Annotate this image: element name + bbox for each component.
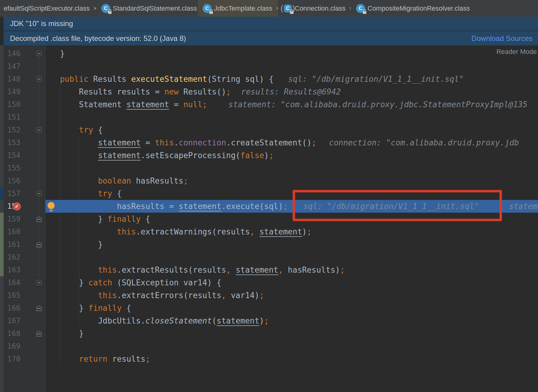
line-number: 170	[7, 353, 25, 365]
code-line[interactable]: boolean hasResults;	[0, 174, 538, 187]
reader-mode-label[interactable]: Reader Mode	[496, 47, 537, 56]
annotation-red-box	[293, 190, 502, 221]
code-line[interactable]: statement.setEscapeProcessing(false);	[0, 149, 538, 162]
tab-jdbctemplate-class[interactable]: CJdbcTemplate.class×	[198, 0, 278, 17]
line-number: 157	[7, 187, 25, 200]
code-line[interactable]	[0, 340, 538, 353]
line-number: 162	[7, 251, 25, 264]
code-line[interactable]: try {	[0, 124, 538, 136]
line-number: 148	[7, 73, 25, 85]
breakpoint-verified-icon[interactable]: ✓	[13, 202, 21, 211]
code-text: hasResults = statement.execute(sql);	[117, 200, 288, 213]
line-number: 160	[7, 225, 25, 238]
code-line[interactable]: }	[0, 47, 538, 60]
code-text: Statement statement = null;	[79, 98, 207, 111]
tab-standardsqlstatement-class[interactable]: CStandardSqlStatement.class×	[96, 0, 198, 17]
debugger-inline-hint: statement	[509, 200, 538, 213]
line-number: 159	[7, 213, 25, 225]
code-text: }	[60, 47, 65, 60]
code-line[interactable]: JdbcUtils.closeStatement(statement);	[0, 314, 538, 327]
code-line[interactable]	[0, 60, 538, 73]
tab-label: CompositeMigrationResolver.class	[368, 5, 470, 12]
code-line[interactable]: }	[0, 327, 538, 340]
code-text: } finally {	[98, 213, 150, 225]
class-icon: C	[101, 4, 110, 13]
code-line[interactable]: this.extractErrors(results, var14);	[0, 289, 538, 302]
download-sources-link[interactable]: Download Sources	[472, 34, 533, 43]
code-text: statement = this.connection.createStatem…	[98, 136, 316, 149]
jdk-missing-text: JDK "10" is missing	[10, 19, 73, 28]
code-line[interactable]: statement = this.connection.createStatem…	[0, 136, 538, 149]
lock-icon	[290, 11, 294, 14]
line-number: 153	[7, 136, 25, 149]
line-number: 154	[7, 149, 25, 162]
code-text: }	[79, 327, 84, 340]
jdk-missing-banner: JDK "10" is missing	[4, 17, 538, 31]
fold-marker[interactable]	[36, 191, 42, 196]
decompiled-banner: Decompiled .class file, bytecode version…	[4, 31, 538, 45]
debugger-inline-hint: connection: "com.alibaba.druid.proxy.jdb	[329, 136, 519, 149]
class-icon: C	[203, 4, 212, 13]
line-number: 149	[7, 85, 25, 98]
code-line[interactable]: return results;	[0, 353, 538, 365]
code-line[interactable]	[0, 251, 538, 264]
line-number: 169	[7, 340, 25, 353]
line-number: 163	[7, 264, 25, 276]
class-icon: (C)	[283, 4, 292, 13]
code-editor[interactable]: }public Results executeStatement(String …	[0, 45, 538, 392]
line-number: 164	[7, 276, 25, 289]
line-number: 150	[7, 98, 25, 111]
code-text: this.extractResults(results, statement, …	[98, 264, 345, 276]
fold-marker[interactable]	[36, 76, 42, 81]
code-line[interactable]: } finally {	[0, 302, 538, 314]
code-line[interactable]: }	[0, 238, 538, 251]
tab-label: Connection.class	[295, 5, 346, 12]
line-number: 167	[7, 314, 25, 327]
debugger-inline-hint: sql: "/db/migration/V1_1_1__init.sql"	[288, 73, 464, 85]
code-line[interactable]: Results results = new Results();results:…	[0, 85, 538, 98]
code-text: return results;	[79, 353, 150, 365]
fold-marker[interactable]	[36, 127, 42, 132]
code-text: }	[98, 238, 103, 251]
debugger-inline-hint: results: Results@6942	[241, 85, 341, 98]
class-icon: C	[356, 4, 365, 13]
lock-icon	[108, 11, 112, 14]
code-line[interactable]: this.extractResults(results, statement, …	[0, 264, 538, 276]
tab-label: StandardSqlStatement.class	[113, 5, 197, 12]
code-text: boolean hasResults;	[98, 174, 188, 187]
line-number: 168	[7, 327, 25, 340]
line-number: 155	[7, 162, 25, 174]
tab-label: JdbcTemplate.class	[214, 5, 272, 12]
line-number: 165	[7, 289, 25, 302]
code-text: Results results = new Results();	[79, 85, 231, 98]
tab-connection-class[interactable]: (C)Connection.class×	[278, 0, 351, 17]
tab-efaultsqlscriptexecutor-class[interactable]: efaultSqlScriptExecutor.class×	[0, 0, 96, 17]
code-line[interactable]: this.extractWarnings(results, statement)…	[0, 225, 538, 238]
close-icon[interactable]: ×	[276, 5, 278, 12]
close-icon[interactable]: ×	[93, 5, 96, 12]
code-line[interactable]	[0, 111, 538, 124]
code-text: } finally {	[79, 302, 131, 314]
code-text: statement.setEscapeProcessing(false);	[98, 149, 274, 162]
tab-compositemigrationresolver-class[interactable]: CCompositeMigrationResolver.class×	[351, 0, 471, 17]
code-line[interactable]	[0, 162, 538, 174]
ide-window: efaultSqlScriptExecutor.class×CStandardS…	[0, 0, 538, 392]
code-line[interactable]: } catch (SQLException var14) {	[0, 276, 538, 289]
line-number: 146	[7, 47, 25, 60]
code-line[interactable]: public Results executeStatement(String s…	[0, 73, 538, 85]
code-text: this.extractWarnings(results, statement)…	[117, 225, 312, 238]
editor-tab-bar: efaultSqlScriptExecutor.class×CStandardS…	[0, 0, 538, 17]
lightbulb-icon[interactable]	[48, 202, 55, 209]
fold-marker[interactable]	[36, 51, 42, 56]
line-number: 152	[7, 124, 25, 136]
debugger-inline-hint: statement: "com.alibaba.druid.proxy.jdbc…	[228, 98, 527, 111]
code-text: public Results executeStatement(String s…	[60, 73, 274, 85]
lock-icon	[363, 11, 366, 14]
line-number: 166	[7, 302, 25, 314]
fold-marker[interactable]	[36, 280, 42, 285]
decompiled-text: Decompiled .class file, bytecode version…	[10, 34, 186, 43]
line-number: 156	[7, 174, 25, 187]
code-line[interactable]: Statement statement = null;statement: "c…	[0, 98, 538, 111]
code-text: JdbcUtils.closeStatement(statement);	[98, 314, 269, 327]
line-number: 147	[7, 60, 25, 73]
